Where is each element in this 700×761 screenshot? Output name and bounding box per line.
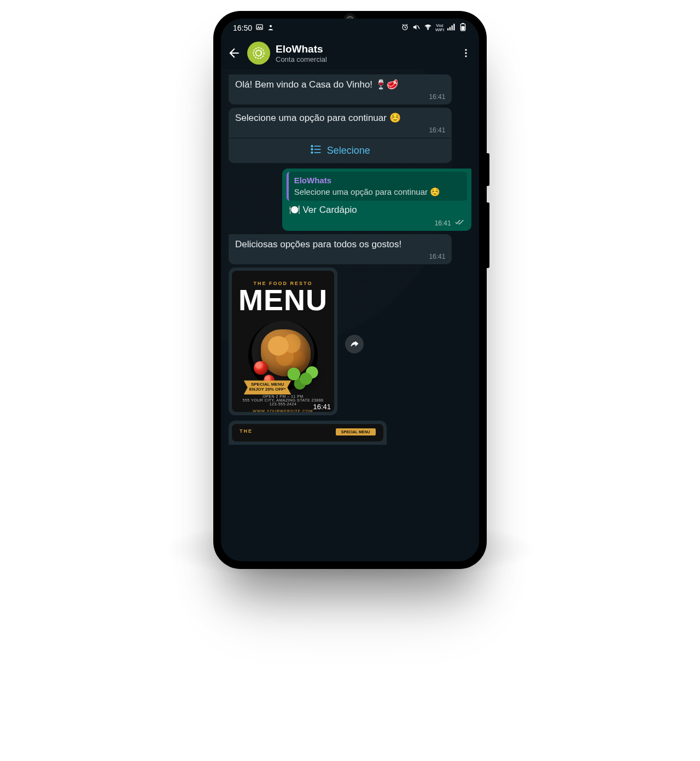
flyer-title: MENU (238, 286, 328, 314)
svg-point-20 (311, 149, 313, 150)
svg-point-13 (253, 48, 264, 59)
side-button-top (487, 153, 489, 186)
battery-icon (459, 23, 467, 33)
contact-title-block[interactable]: EloWhats Conta comercial (276, 43, 453, 63)
list-select-button[interactable]: Selecione (229, 138, 452, 163)
quoted-message[interactable]: EloWhats Selecione uma opção para contin… (287, 172, 467, 201)
svg-point-18 (311, 146, 313, 147)
incoming-message-with-action: Selecione uma opção para continuar ☺️ 16… (229, 108, 452, 163)
peek-right-badge: SPECIAL MENU (336, 428, 376, 435)
chat-header: EloWhats Conta comercial (221, 37, 479, 69)
svg-line-4 (417, 25, 419, 28)
image-icon (255, 23, 264, 33)
food-plate-graphic (248, 321, 318, 390)
screen: 16:50 VozWiFi (221, 19, 479, 561)
message-text: Selecione uma opção para continuar ☺️ (235, 113, 401, 123)
person-icon (267, 24, 275, 33)
svg-rect-11 (462, 23, 464, 24)
message-time: 16:41 (235, 252, 445, 261)
message-text: Deliciosas opções para todos os gostos! (235, 239, 401, 249)
side-button-bottom (487, 202, 489, 268)
message-time: 16:41 (235, 92, 445, 101)
contact-avatar[interactable] (247, 42, 270, 65)
message-text: 🍽️ Ver Cardápio (289, 205, 357, 215)
status-bar: 16:50 VozWiFi (221, 19, 479, 37)
chat-body[interactable]: Olá! Bem vindo a Casa do Vinho! 🍷🥩 16:41… (221, 69, 479, 561)
list-icon (311, 144, 322, 157)
svg-rect-7 (450, 27, 451, 31)
contact-name: EloWhats (276, 43, 453, 55)
outgoing-message[interactable]: EloWhats Selecione uma opção para contin… (282, 169, 471, 231)
menu-flyer: THE FOOD RESTO MENU SPECIAL MENUENJOY 20… (232, 271, 334, 412)
contact-subtitle: Conta comercial (276, 55, 453, 63)
status-time: 16:50 (233, 24, 252, 32)
quoted-sender: EloWhats (294, 175, 462, 186)
flyer-footer: OPEN 2 PM – 11 PM 555 YOUR CITY, AMAZING… (243, 394, 324, 412)
more-menu-button[interactable] (458, 48, 474, 59)
read-receipt-icon (455, 219, 465, 225)
image-message-row: THE FOOD RESTO MENU SPECIAL MENUENJOY 20… (229, 268, 471, 421)
message-time: 16:41 (313, 403, 331, 411)
message-text: Olá! Bem vindo a Casa do Vinho! 🍷🥩 (235, 79, 398, 90)
svg-point-22 (311, 152, 313, 154)
vozwifi-indicator: VozWiFi (435, 24, 444, 32)
incoming-message[interactable]: Deliciosas opções para todos os gostos! … (229, 234, 452, 264)
message-time: 16:41 (435, 219, 451, 227)
incoming-message[interactable]: Olá! Bem vindo a Casa do Vinho! 🍷🥩 16:41 (229, 74, 452, 104)
image-message[interactable]: THE FOOD RESTO MENU SPECIAL MENUENJOY 20… (229, 268, 337, 415)
message-time: 16:41 (235, 126, 445, 135)
svg-rect-8 (452, 26, 453, 31)
phone-frame: 16:50 VozWiFi (213, 11, 487, 569)
svg-point-2 (270, 25, 272, 27)
svg-rect-9 (453, 24, 454, 31)
promo-ribbon: SPECIAL MENUENJOY 20% OFF* (244, 380, 291, 394)
image-message-preview[interactable]: THE SPECIAL MENU (229, 421, 387, 445)
list-select-label: Selecione (327, 145, 370, 156)
back-button[interactable] (226, 45, 242, 61)
forward-button[interactable] (345, 335, 364, 353)
svg-rect-12 (462, 26, 465, 30)
quoted-text: Selecione uma opção para continuar ☺️ (294, 187, 462, 197)
svg-point-5 (428, 28, 429, 30)
peek-left-text: THE (240, 428, 253, 434)
incoming-message[interactable]: Selecione uma opção para continuar ☺️ 16… (229, 108, 452, 138)
signal-icon (447, 23, 456, 33)
svg-point-17 (465, 55, 466, 57)
wifi-icon (424, 23, 432, 33)
svg-rect-6 (447, 28, 448, 31)
tomato-graphic (254, 361, 267, 375)
mute-icon (412, 23, 421, 33)
svg-point-15 (465, 49, 466, 51)
alarm-icon (401, 23, 409, 33)
svg-point-16 (465, 52, 466, 54)
